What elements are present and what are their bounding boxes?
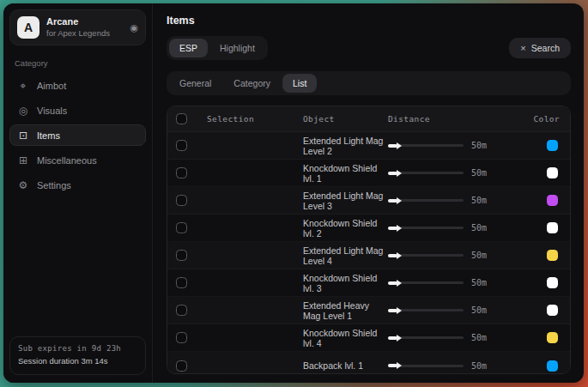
sidebar-item-label: Settings xyxy=(37,180,71,190)
color-swatch[interactable] xyxy=(547,277,558,288)
distance-cell: 50m xyxy=(388,361,518,371)
page-title: Items xyxy=(167,15,571,27)
app-title: Arcane xyxy=(46,16,123,28)
slider-thumb[interactable] xyxy=(397,335,402,342)
distance-cell: 50m xyxy=(388,305,518,315)
category-label: Category xyxy=(15,58,141,68)
distance-value: 50m xyxy=(471,168,487,178)
table-row: Knockdown Shield lvl. 2 50m xyxy=(167,215,570,242)
row-checkbox[interactable] xyxy=(176,195,187,206)
view-tab-general[interactable]: General xyxy=(169,74,221,93)
sidebar-item-label: Items xyxy=(37,130,60,141)
distance-slider[interactable] xyxy=(388,365,464,367)
session-duration-text: Session duration 3m 14s xyxy=(18,355,137,368)
distance-cell: 50m xyxy=(388,168,518,178)
sidebar-item-aimbot[interactable]: ⌖ Aimbot xyxy=(9,75,146,96)
sidebar-item-settings[interactable]: ⚙ Settings xyxy=(9,174,146,196)
sidebar-item-icon: ⊡ xyxy=(17,130,29,142)
discord-icon[interactable]: ◉ xyxy=(130,22,138,33)
sidebar-item-label: Aimbot xyxy=(37,81,66,91)
slider-thumb[interactable] xyxy=(397,252,402,259)
distance-cell: 50m xyxy=(388,196,518,205)
sidebar-item-label: Visuals xyxy=(37,106,67,116)
sidebar-item-icon: ⚙ xyxy=(17,179,29,191)
distance-cell: 50m xyxy=(388,223,518,233)
object-name: Knockdown Shield lvl. 2 xyxy=(303,218,388,239)
slider-thumb[interactable] xyxy=(397,307,402,314)
distance-slider[interactable] xyxy=(388,227,464,229)
table-row: Backpack lvl. 1 50m xyxy=(167,352,570,374)
slider-thumb[interactable] xyxy=(397,170,402,177)
view-tab-category[interactable]: Category xyxy=(223,74,281,93)
table-body: Extended Light Mag Level 2 50m xyxy=(167,132,570,374)
color-swatch[interactable] xyxy=(547,222,558,233)
color-swatch[interactable] xyxy=(547,360,558,372)
view-tabs: General Category List xyxy=(167,71,571,95)
distance-cell: 50m xyxy=(388,278,518,287)
mode-tabs: ESP Highlight xyxy=(167,36,268,60)
row-checkbox[interactable] xyxy=(176,167,187,178)
view-tab-list[interactable]: List xyxy=(282,74,317,93)
color-cell xyxy=(518,360,561,372)
distance-value: 50m xyxy=(471,196,487,205)
color-swatch[interactable] xyxy=(547,250,558,261)
app-subtitle: for Apex Legends xyxy=(46,28,123,39)
main-content: Items ESP Highlight × Search General Cat… xyxy=(153,3,584,383)
row-checkbox[interactable] xyxy=(176,305,187,316)
slider-thumb[interactable] xyxy=(397,280,402,287)
distance-value: 50m xyxy=(471,278,487,287)
row-checkbox[interactable] xyxy=(176,360,187,372)
object-name: Extended Heavy Mag Level 1 xyxy=(303,300,388,321)
row-checkbox[interactable] xyxy=(176,250,187,261)
color-swatch[interactable] xyxy=(547,332,558,343)
sidebar-item-icon: ⌖ xyxy=(17,80,29,92)
table-row: Knockdown Shield lvl. 1 50m xyxy=(167,160,570,187)
sidebar-item-label: Miscellaneous xyxy=(37,155,97,166)
object-name: Extended Light Mag Level 3 xyxy=(303,190,388,211)
mode-tab-highlight[interactable]: Highlight xyxy=(209,39,265,57)
row-checkbox[interactable] xyxy=(176,222,187,233)
sidebar-item-visuals[interactable]: ◎ Visuals xyxy=(9,100,146,121)
object-name: Extended Light Mag Level 4 xyxy=(303,245,388,266)
sidebar-nav: ⌖ Aimbot ◎ Visuals ⊡ Items ⊞ Miscellaneo… xyxy=(9,75,146,196)
distance-cell: 50m xyxy=(388,141,518,150)
row-checkbox[interactable] xyxy=(176,332,187,343)
mode-tab-esp[interactable]: ESP xyxy=(169,39,208,57)
color-cell xyxy=(518,167,561,178)
x-icon: × xyxy=(520,43,525,53)
slider-thumb[interactable] xyxy=(397,362,402,369)
brand-text: Arcane for Apex Legends xyxy=(46,16,123,39)
color-cell xyxy=(518,250,561,261)
slider-thumb[interactable] xyxy=(397,197,402,204)
sidebar-item-items[interactable]: ⊡ Items xyxy=(9,124,146,146)
items-table: Selection Object Distance Color Extended… xyxy=(167,106,571,374)
column-object: Object xyxy=(303,114,388,124)
distance-slider[interactable] xyxy=(388,172,464,174)
distance-slider[interactable] xyxy=(388,254,464,257)
distance-slider[interactable] xyxy=(388,336,464,339)
row-checkbox[interactable] xyxy=(176,277,187,288)
color-swatch[interactable] xyxy=(547,167,558,178)
select-all-checkbox[interactable] xyxy=(176,113,187,124)
slider-thumb[interactable] xyxy=(397,225,402,232)
distance-slider[interactable] xyxy=(388,281,464,284)
distance-slider[interactable] xyxy=(388,144,464,147)
search-button[interactable]: × Search xyxy=(509,38,571,58)
color-swatch[interactable] xyxy=(547,195,558,206)
color-swatch[interactable] xyxy=(547,140,558,151)
distance-value: 50m xyxy=(471,251,487,260)
color-cell xyxy=(518,222,561,233)
color-cell xyxy=(518,140,561,151)
table-row: Extended Light Mag Level 4 50m xyxy=(167,242,570,269)
distance-slider[interactable] xyxy=(388,309,464,311)
sidebar-item-miscellaneous[interactable]: ⊞ Miscellaneous xyxy=(9,149,146,171)
slider-thumb[interactable] xyxy=(397,142,402,149)
distance-value: 50m xyxy=(471,223,487,233)
sidebar-item-icon: ⊞ xyxy=(17,154,29,166)
search-button-label: Search xyxy=(531,43,560,53)
distance-cell: 50m xyxy=(388,251,518,260)
color-cell xyxy=(518,277,561,288)
distance-slider[interactable] xyxy=(388,199,464,202)
color-swatch[interactable] xyxy=(547,305,558,316)
row-checkbox[interactable] xyxy=(176,140,187,151)
